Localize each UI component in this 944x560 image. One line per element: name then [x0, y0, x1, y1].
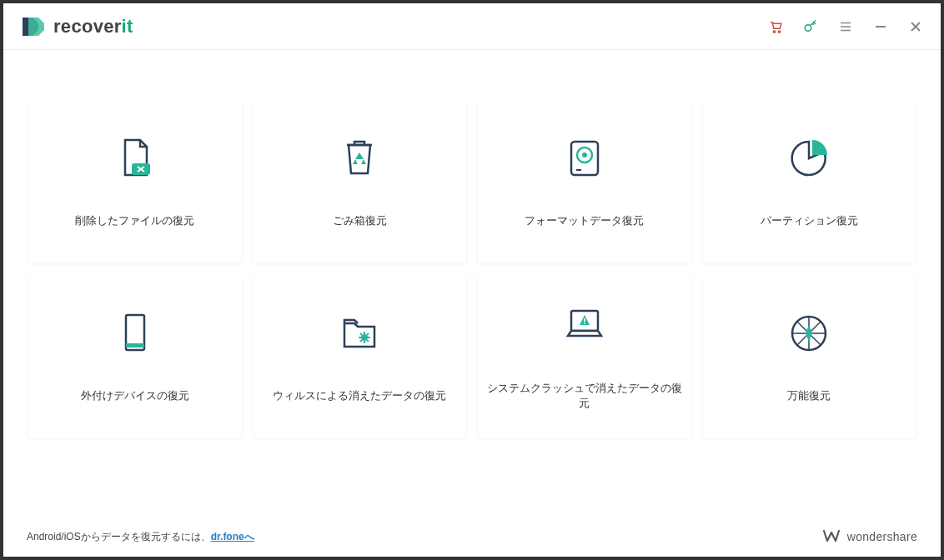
cart-icon[interactable]	[767, 18, 784, 35]
card-formatted[interactable]: フォーマットデータ復元	[478, 100, 691, 263]
svg-line-25	[367, 333, 369, 335]
svg-point-1	[778, 30, 780, 32]
footer-brand-label: wondershare	[847, 530, 917, 543]
key-icon[interactable]	[802, 18, 819, 35]
wondershare-icon	[822, 529, 841, 544]
svg-point-14	[582, 152, 587, 158]
file-delete-icon	[112, 135, 158, 182]
svg-point-0	[773, 30, 775, 32]
pie-chart-icon	[786, 135, 832, 182]
titlebar-controls	[767, 18, 924, 35]
app-logo: recoverit	[20, 14, 133, 39]
footer-text: Android/iOSからデータを復元するには、dr.foneへ	[27, 530, 254, 544]
folder-virus-icon	[336, 310, 383, 357]
card-recycle-bin[interactable]: ごみ箱復元	[254, 100, 467, 263]
tablet-icon	[112, 310, 158, 357]
card-label: ウィルスによる消えたデータの復元	[264, 388, 454, 403]
titlebar: recoverit	[3, 3, 941, 50]
svg-point-2	[805, 24, 811, 31]
logo-icon	[20, 14, 45, 39]
svg-rect-17	[126, 343, 144, 348]
card-system-crash[interactable]: システムクラッシュで消えたデータの復元	[478, 275, 691, 438]
footer: Android/iOSからデータを復元するには、dr.foneへ wonders…	[3, 517, 941, 557]
compass-icon	[786, 310, 832, 357]
recovery-grid: 削除したファイルの復元 ごみ箱復元	[28, 100, 916, 438]
app-window: recoverit	[3, 3, 941, 557]
card-label: 外付けデバイスの復元	[73, 388, 198, 403]
laptop-warning-icon	[561, 302, 608, 349]
footer-prefix: Android/iOSからデータを復元するには、	[27, 531, 211, 542]
card-label: パーティション復元	[752, 213, 866, 228]
footer-link[interactable]: dr.foneへ	[211, 531, 254, 542]
svg-line-24	[367, 340, 369, 342]
svg-point-29	[584, 322, 585, 324]
recycle-bin-icon	[336, 135, 383, 182]
card-label: 削除したファイルの復元	[67, 213, 203, 228]
card-label: 万能復元	[779, 388, 839, 403]
main-content: 削除したファイルの復元 ごみ箱復元	[3, 50, 941, 517]
card-deleted-files[interactable]: 削除したファイルの復元	[28, 100, 242, 263]
svg-line-26	[360, 340, 362, 342]
card-external-device[interactable]: 外付けデバイスの復元	[28, 275, 242, 438]
card-partition[interactable]: パーティション復元	[703, 100, 916, 263]
footer-brand: wondershare	[822, 529, 917, 544]
svg-point-18	[361, 334, 368, 341]
app-name: recoverit	[53, 16, 133, 38]
card-label: システムクラッシュで消えたデータの復元	[478, 381, 691, 411]
close-button[interactable]	[907, 18, 924, 35]
menu-icon[interactable]	[837, 18, 854, 35]
card-label: フォーマットデータ復元	[516, 213, 652, 228]
card-label: ごみ箱復元	[324, 213, 395, 228]
minimize-button[interactable]	[872, 18, 889, 35]
card-virus[interactable]: ウィルスによる消えたデータの復元	[254, 275, 467, 438]
card-all-around[interactable]: 万能復元	[703, 275, 916, 438]
svg-line-23	[360, 333, 362, 335]
hard-disk-icon	[561, 135, 608, 182]
